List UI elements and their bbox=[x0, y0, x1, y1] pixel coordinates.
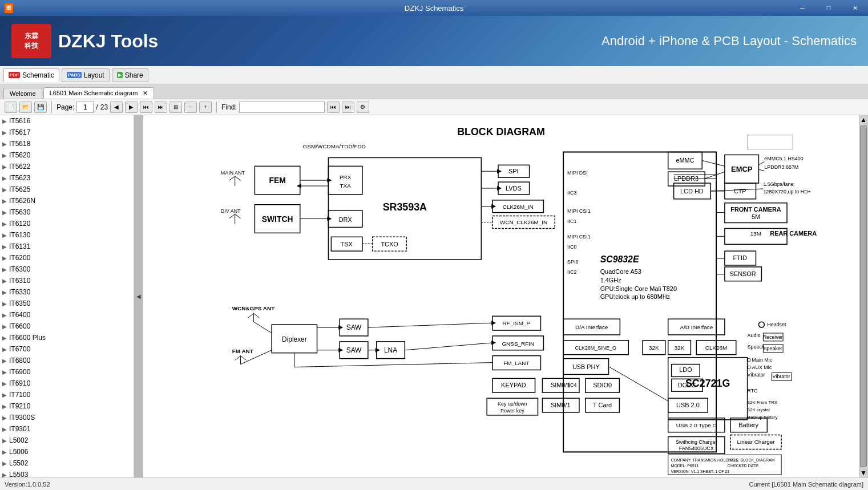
sidebar-item-IT5630[interactable]: ▶IT5630 bbox=[0, 206, 134, 218]
rf-ism-label: RF_ISM_P bbox=[503, 320, 531, 326]
sidebar-item-IT6330[interactable]: ▶IT6330 bbox=[0, 286, 134, 298]
sidebar-item-IT5617[interactable]: ▶IT5617 bbox=[0, 127, 134, 138]
sidebar-item-IT5618[interactable]: ▶IT5618 bbox=[0, 138, 134, 149]
svg-line-80 bbox=[294, 363, 492, 367]
keypad-label: KEYPAD bbox=[501, 382, 526, 388]
sidebar-item-IT5616[interactable]: ▶IT5616 bbox=[0, 115, 134, 127]
sidebar-item-IT6800[interactable]: ▶IT6800 bbox=[0, 355, 134, 366]
scroll-down-btn[interactable]: ▼ bbox=[859, 468, 868, 477]
scroll-thumb[interactable] bbox=[860, 125, 867, 467]
toolbar-open-btn[interactable]: 📂 bbox=[19, 102, 32, 113]
sidebar-item-IT6700[interactable]: ▶IT6700 bbox=[0, 343, 134, 355]
svg-line-66 bbox=[253, 322, 272, 333]
scroll-up-btn[interactable]: ▲ bbox=[859, 115, 868, 124]
lpddr3-spec: LPDDR3:667M bbox=[764, 164, 798, 170]
vibrator-label: Vibrator bbox=[748, 372, 765, 378]
sidebar-toggle[interactable]: ◀ bbox=[134, 115, 143, 477]
titlebar: 图 DZKJ Schematics ─ □ ✕ bbox=[0, 0, 868, 16]
sidebar-item-IT5620[interactable]: ▶IT5620 bbox=[0, 149, 134, 161]
sidebar-item-L5502[interactable]: ▶L5502 bbox=[0, 457, 134, 469]
gnss-label: GNSS_RFIN bbox=[502, 341, 534, 347]
close-button[interactable]: ✕ bbox=[842, 0, 868, 16]
diagram-tab[interactable]: L6501 Main Schematic diagram ✕ bbox=[43, 87, 155, 99]
sidebar-item-IT6130[interactable]: ▶IT6130 bbox=[0, 229, 134, 241]
fan-label: FAN54005UCX bbox=[679, 446, 714, 451]
last-page-btn[interactable]: ⏭ bbox=[155, 102, 167, 113]
logo-box: 东霖 科技 bbox=[11, 24, 51, 58]
32k-crystal-label: 32K crystal bbox=[748, 407, 770, 412]
minimize-button[interactable]: ─ bbox=[789, 0, 815, 16]
next-page-btn[interactable]: ▶ bbox=[125, 102, 138, 113]
sidebar-item-L5006[interactable]: ▶L5006 bbox=[0, 446, 134, 457]
title-text: DZKJ Schematics bbox=[405, 4, 463, 13]
sidebar-item-IT5623[interactable]: ▶IT5623 bbox=[0, 172, 134, 184]
schematic-tab[interactable]: PDF Schematic bbox=[3, 68, 59, 82]
sidebar-item-IT9301[interactable]: ▶IT9301 bbox=[0, 423, 134, 435]
toolbar-new-btn[interactable]: 📄 bbox=[5, 102, 17, 113]
sidebar-item-IT5625[interactable]: ▶IT5625 bbox=[0, 184, 134, 195]
main-ant-label: MAIN ANT bbox=[221, 170, 245, 176]
svg-line-76 bbox=[405, 343, 492, 350]
fit-page-btn[interactable]: ⊞ bbox=[169, 102, 182, 113]
sidebar-item-IT6910[interactable]: ▶IT6910 bbox=[0, 378, 134, 389]
find-prev-btn[interactable]: ⏮ bbox=[327, 102, 340, 113]
lvds-label: LVDS bbox=[506, 185, 522, 192]
prev-page-btn[interactable]: ◀ bbox=[110, 102, 123, 113]
svg-marker-27 bbox=[497, 186, 502, 191]
saw2-label: SAW bbox=[346, 346, 362, 354]
current-file: Current [L6501 Main Schematic diagram] bbox=[749, 481, 863, 488]
sidebar-item-L5002[interactable]: ▶L5002 bbox=[0, 435, 134, 446]
sidebar-item-IT5622[interactable]: ▶IT5622 bbox=[0, 161, 134, 172]
svg-line-56 bbox=[253, 313, 259, 318]
svg-line-35 bbox=[702, 160, 725, 166]
page-label: Page: bbox=[56, 103, 74, 111]
iic3-label: IIC3 bbox=[567, 190, 576, 196]
switching-charger-label: Swithcing Charger bbox=[676, 439, 717, 445]
find-options-btn[interactable]: ⚙ bbox=[357, 102, 369, 113]
sidebar-item-IT6350[interactable]: ▶IT6350 bbox=[0, 298, 134, 309]
zoom-in-btn[interactable]: + bbox=[199, 102, 212, 113]
ldo-label: LDO bbox=[679, 366, 692, 373]
sidebar-item-IT6600Plus[interactable]: ▶IT6600 Plus bbox=[0, 332, 134, 343]
find-input[interactable] bbox=[239, 102, 325, 113]
sidebar-item-IT9210[interactable]: ▶IT9210 bbox=[0, 400, 134, 412]
svg-line-12 bbox=[235, 214, 241, 218]
svg-line-38 bbox=[758, 169, 764, 171]
toolbar-save-btn[interactable]: 💾 bbox=[34, 102, 47, 113]
sidebar-item-IT6131[interactable]: ▶IT6131 bbox=[0, 241, 134, 252]
sidebar-item-IT6310[interactable]: ▶IT6310 bbox=[0, 275, 134, 286]
sidebar-item-IT6400[interactable]: ▶IT6400 bbox=[0, 309, 134, 321]
first-page-btn[interactable]: ⏮ bbox=[140, 102, 152, 113]
share-tab[interactable]: ▶ Share bbox=[112, 68, 148, 82]
svg-marker-25 bbox=[497, 169, 502, 173]
mipi-dsi-label: MIPI DSI bbox=[567, 170, 588, 176]
diagram-canvas: BLOCK DIAGRAM GSM/WCDMA/TDD/FDD MAIN ANT… bbox=[143, 115, 859, 477]
page-input[interactable] bbox=[76, 102, 94, 113]
vertical-scrollbar[interactable]: ▲ ▼ bbox=[859, 115, 868, 477]
sidebar-item-L5503[interactable]: ▶L5503 bbox=[0, 469, 134, 477]
aux-mic-label: AUX Mic bbox=[752, 365, 772, 370]
clk26m-sine-label: CLK26M_SINE_O bbox=[575, 345, 616, 351]
find-next-btn[interactable]: ⏭ bbox=[342, 102, 354, 113]
tsx-label: TSX bbox=[341, 241, 353, 248]
fem-label: FEM bbox=[269, 176, 285, 185]
sidebar-item-IT6600[interactable]: ▶IT6600 bbox=[0, 321, 134, 332]
sidebar-item-IT6300[interactable]: ▶IT6300 bbox=[0, 264, 134, 275]
maximize-button[interactable]: □ bbox=[815, 0, 842, 16]
sidebar-item-IT7100[interactable]: ▶IT7100 bbox=[0, 389, 134, 400]
toolbar: PDF Schematic PADS Layout ▶ Share bbox=[0, 66, 868, 84]
svg-text:32K: 32K bbox=[675, 345, 685, 351]
zoom-out-btn[interactable]: − bbox=[184, 102, 197, 113]
close-tab-icon[interactable]: ✕ bbox=[143, 90, 148, 96]
sidebar-item-IT6900[interactable]: ▶IT6900 bbox=[0, 366, 134, 378]
sidebar-item-IT6120[interactable]: ▶IT6120 bbox=[0, 218, 134, 229]
svg-line-11 bbox=[229, 214, 235, 218]
navtabs: Welcome L6501 Main Schematic diagram ✕ bbox=[0, 84, 868, 99]
layout-tab[interactable]: PADS Layout bbox=[62, 68, 110, 82]
welcome-tab[interactable]: Welcome bbox=[3, 88, 42, 99]
sidebar-item-IT9300S[interactable]: ▶IT9300S bbox=[0, 412, 134, 423]
wcn-clk-label: WCN_CLK26M_IN bbox=[500, 219, 547, 225]
backup-battery-label: Backup battery bbox=[748, 415, 778, 420]
sidebar-item-IT6200[interactable]: ▶IT6200 bbox=[0, 252, 134, 264]
sidebar-item-IT5626N[interactable]: ▶IT5626N bbox=[0, 195, 134, 206]
